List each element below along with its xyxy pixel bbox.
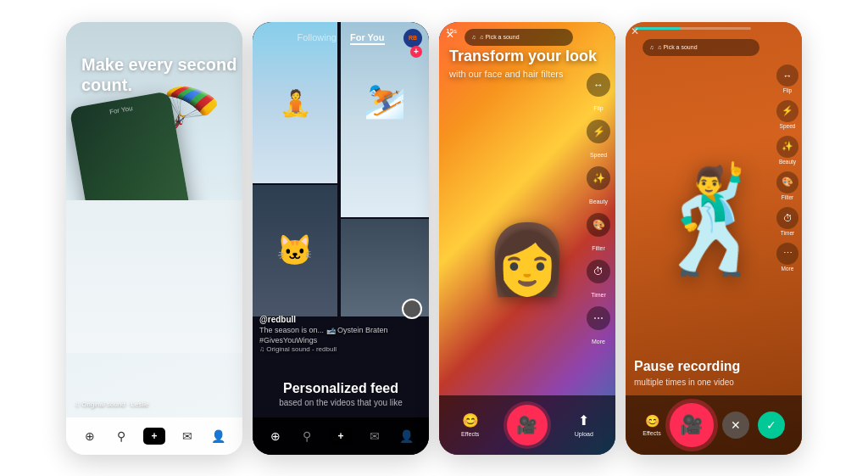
card4-speed-tool: ⚡ Speed [776,100,798,129]
card4-timer-icon[interactable]: ⏱ [776,207,798,229]
card2-grid: RB + [253,22,429,344]
for-you-tab[interactable]: For You [350,32,385,45]
nav-add-button-2[interactable]: + [330,428,352,445]
card4-sound-icon: ♫ [649,44,654,50]
personalized-feed-subtitle: based on the videos that you like [253,398,429,407]
card3-sound-label: ♫ Pick a sound [479,34,519,40]
screenshots-container: Make every second count. 🪂 ♫ Original so… [0,0,868,476]
phone-card-1: Make every second count. 🪂 ♫ Original so… [66,22,242,455]
upload-button[interactable]: ⬆ Upload [575,412,593,437]
nav-search-icon[interactable]: ⚲ [113,428,130,445]
card4-effects-label: Effects [643,430,660,436]
record-button[interactable]: 🎥 [507,405,548,445]
card4-sound-label: ♫ Pick a sound [657,44,697,50]
card3-timer: 15s [446,27,457,35]
more-tool[interactable]: ⋯ [587,306,610,330]
card2-description: The season is on... 🎿 Oystein Braten [259,326,422,334]
card4-confirm-button[interactable]: ✓ [758,412,785,439]
card4-beauty-icon[interactable]: ✨ [776,136,798,158]
card2-footer-text: Personalized feed based on the videos th… [253,374,429,414]
upload-label: Upload [575,431,593,437]
card3-sound-bar[interactable]: ♫ ♫ Pick a sound [465,29,573,46]
personalized-feed-title: Personalized feed [253,381,429,396]
card3-text-overlay: Transform your look with our face and ha… [449,48,605,80]
card1-nav: ⊕ ⚲ + ✉ 👤 [66,417,242,455]
filter-tool[interactable]: 🎨 [587,213,610,237]
nav-profile-icon[interactable]: 👤 [210,428,227,445]
card2-sound: ♫ Original sound - redbull [259,345,422,353]
nav-home-icon[interactable]: ⊕ [81,428,98,445]
more-label: More [592,339,605,344]
redbull-follow-button[interactable]: + [410,46,422,58]
card4-toolbar: ↔ Flip ⚡ Speed ✨ Beauty 🎨 Filter ⏱ Ti [776,64,798,272]
phone-card-2: Following For You RB + @redbull The seas… [253,22,429,455]
card3-bottom-bar: 😊 Effects 🎥 ⬆ Upload [439,395,615,455]
card4-filter-tool: 🎨 Filter [776,171,798,200]
card4-more-label: More [782,266,794,272]
pause-recording-subtitle: multiple times in one video [634,378,760,387]
following-tab[interactable]: Following [297,32,336,45]
card4-flip-tool: ↔ Flip [776,64,798,93]
card4-speed-label: Speed [780,123,796,129]
card4-flip-label: Flip [783,87,792,93]
timer-label: Timer [591,292,606,298]
card2-nav: ⊕ ⚲ + ✉ 👤 [253,417,429,455]
effects-label: Effects [461,431,479,437]
card4-timer-tool: ⏱ Timer [776,207,798,236]
card3-content: Transform your look with our face and ha… [439,22,615,455]
flip-tool[interactable]: ↔ [587,73,610,97]
card4-effects-button[interactable]: 😊 Effects [643,414,660,436]
card2-ski-video: RB + [341,22,429,217]
card3-subtitle: with our face and hair filters [449,69,605,79]
phone-card-4: ✕ ♫ ♫ Pick a sound ↔ Flip ⚡ Speed ✨ Beau… [626,22,802,455]
nav-profile-icon-2[interactable]: 👤 [398,428,415,445]
card4-record-button[interactable]: 🎥 [670,403,714,447]
card2-content: Following For You RB + @redbull The seas… [253,22,429,455]
nav-add-button[interactable]: + [143,428,165,445]
card4-more-icon[interactable]: ⋯ [776,243,798,265]
speed-label: Speed [590,152,607,158]
flip-label: Flip [593,105,603,111]
beauty-label: Beauty [589,199,608,204]
card1-mountain [66,200,242,353]
nav-inbox-icon-2[interactable]: ✉ [366,428,383,445]
card2-caption: @redbull The season is on... 🎿 Oystein B… [259,315,422,353]
card3-toolbar: ↔ Flip ⚡ Speed ✨ Beauty 🎨 Filter ⏱ Timer… [587,73,610,344]
nav-inbox-icon[interactable]: ✉ [179,428,196,445]
nav-home-icon-2[interactable]: ⊕ [267,428,284,445]
card2-header: Following For You [253,32,429,45]
card4-footer-text: Pause recording multiple times in one vi… [634,358,760,386]
card4-beauty-label: Beauty [779,159,796,165]
timer-tool[interactable]: ⏱ [587,260,610,283]
card4-cancel-button[interactable]: ✕ [722,412,749,439]
card4-speed-icon[interactable]: ⚡ [776,100,798,122]
card4-filter-icon[interactable]: 🎨 [776,171,798,193]
beauty-tool[interactable]: ✨ [587,166,610,190]
card2-cat-video [253,185,337,316]
card4-content: ✕ ♫ ♫ Pick a sound ↔ Flip ⚡ Speed ✨ Beau… [626,22,802,455]
phone-card-3: Transform your look with our face and ha… [439,22,615,455]
filter-label: Filter [592,245,605,251]
card4-timer-label: Timer [781,230,794,236]
card4-person [626,22,802,455]
speed-tool[interactable]: ⚡ [587,120,610,143]
card2-hashtag[interactable]: #GivesYouWings [259,336,422,344]
card4-filter-label: Filter [782,194,793,200]
card3-timer-value: 15s [446,27,457,35]
card4-close-button[interactable]: ✕ [631,25,639,37]
card4-bottom-bar: 😊 Effects 🎥 ✕ ✓ [626,395,802,455]
pause-recording-title: Pause recording [634,358,760,374]
card3-sound-icon: ♫ [471,34,476,40]
card4-beauty-tool: ✨ Beauty [776,136,798,165]
nav-search-icon-2[interactable]: ⚲ [298,428,315,445]
effects-button[interactable]: 😊 Effects [461,412,479,437]
card4-progress-fill [634,27,681,30]
card4-flip-icon[interactable]: ↔ [776,64,798,87]
card1-content: Make every second count. 🪂 ♫ Original so… [66,22,242,455]
card4-progress-bar [634,27,751,30]
card2-username[interactable]: @redbull [259,315,422,324]
card3-headline: Transform your look [449,48,605,66]
card2-yoga-video [253,22,337,183]
card1-user-label: ♫ Original sound · Leslie [75,400,148,408]
card4-sound-bar[interactable]: ♫ ♫ Pick a sound [643,39,760,56]
